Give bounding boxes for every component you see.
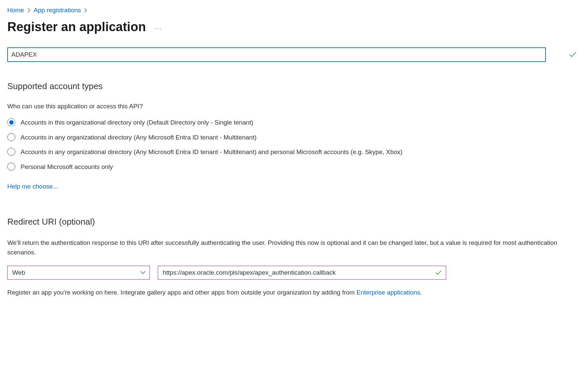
radio-label: Accounts in any organizational directory… <box>21 133 257 142</box>
breadcrumb-app-registrations-link[interactable]: App registrations <box>34 7 81 14</box>
redirect-uri-section: Redirect URI (optional) We'll return the… <box>7 217 581 296</box>
radio-option-multitenant-personal[interactable]: Accounts in any organizational directory… <box>7 147 581 157</box>
radio-option-single-tenant[interactable]: Accounts in this organizational director… <box>7 118 581 128</box>
platform-select[interactable]: Web <box>7 266 150 280</box>
app-name-field-wrap <box>7 47 581 62</box>
account-types-question: Who can use this application or access t… <box>7 103 581 110</box>
radio-icon <box>7 148 15 156</box>
redirect-uri-field-wrap <box>158 266 446 280</box>
breadcrumb: Home App registrations <box>7 7 581 14</box>
more-actions-icon[interactable]: ··· <box>155 25 162 32</box>
redirect-uri-row: Web <box>7 266 581 280</box>
redirect-uri-heading: Redirect URI (optional) <box>7 217 581 227</box>
app-name-input[interactable] <box>7 47 546 62</box>
radio-label: Accounts in this organizational director… <box>21 118 253 128</box>
radio-icon <box>7 163 15 171</box>
radio-icon <box>7 133 15 141</box>
help-me-choose-link[interactable]: Help me choose... <box>7 183 58 190</box>
footer-suffix: . <box>420 289 422 296</box>
breadcrumb-home-link[interactable]: Home <box>7 7 24 14</box>
account-types-radio-group: Accounts in this organizational director… <box>7 118 581 172</box>
redirect-uri-description: We'll return the authentication response… <box>7 238 571 257</box>
page-title-row: Register an application ··· <box>7 20 581 34</box>
chevron-right-icon <box>28 8 30 13</box>
checkmark-icon <box>569 52 576 57</box>
radio-label: Accounts in any organizational directory… <box>21 147 402 157</box>
platform-selected-value: Web <box>12 269 25 276</box>
footer-note: Register an app you're working on here. … <box>7 289 581 296</box>
page-title: Register an application <box>7 20 146 34</box>
radio-option-multitenant[interactable]: Accounts in any organizational directory… <box>7 133 581 142</box>
account-types-heading: Supported account types <box>7 81 581 91</box>
radio-option-personal-only[interactable]: Personal Microsoft accounts only <box>7 162 581 172</box>
redirect-uri-input[interactable] <box>158 266 446 280</box>
footer-prefix: Register an app you're working on here. … <box>7 289 356 296</box>
radio-icon <box>7 118 15 126</box>
enterprise-applications-link[interactable]: Enterprise applications <box>356 289 420 296</box>
chevron-right-icon <box>84 8 87 13</box>
radio-label: Personal Microsoft accounts only <box>21 162 113 172</box>
chevron-down-icon <box>140 271 146 274</box>
